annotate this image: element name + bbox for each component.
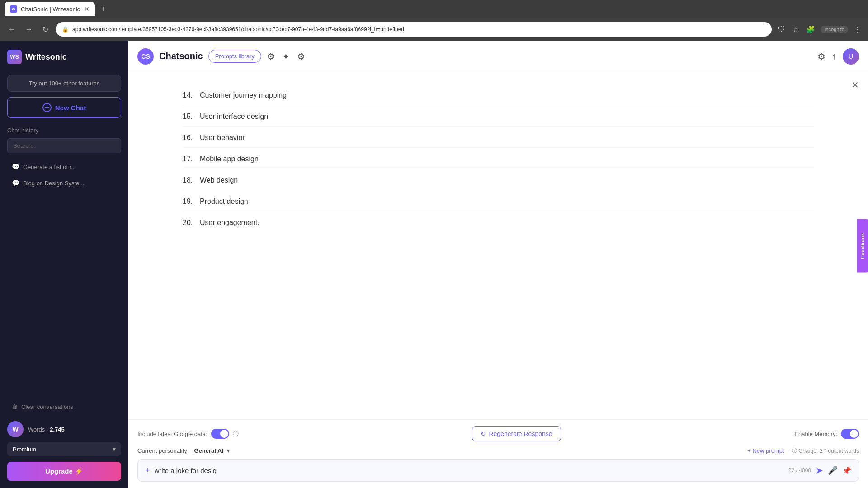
chat-label-2: Blog on Design Syste... xyxy=(23,180,84,187)
extension-icon[interactable]: 🧩 xyxy=(804,23,817,36)
plus-circle-icon: + xyxy=(42,103,52,112)
personality-label: Current personality: xyxy=(137,447,189,454)
logo-text: Writesonic xyxy=(25,52,67,62)
chat-history-item-2[interactable]: 💬 Blog on Design Syste... xyxy=(7,176,121,190)
menu-dots-icon[interactable]: ⋮ xyxy=(852,23,863,36)
input-row: + 22 / 4000 ➤ 🎤 📌 xyxy=(137,459,859,482)
chat-scroll-area: 14.Customer journey mapping15.User inter… xyxy=(128,72,868,419)
nav-actions: 🛡 ☆ 🧩 Incognito ⋮ xyxy=(776,23,863,36)
pin-icon[interactable]: 📌 xyxy=(842,466,851,475)
sidebar-bottom: 🗑 Clear conversations W Words · 2,745 Pr… xyxy=(7,400,121,481)
url-text: app.writesonic.com/template/36957105-3eb… xyxy=(72,26,404,33)
plan-chevron-icon: ▾ xyxy=(113,446,116,453)
user-avatar-small: W xyxy=(7,421,24,437)
google-data-toggle[interactable] xyxy=(211,429,229,439)
send-button[interactable]: ➤ xyxy=(816,465,823,476)
chat-icon-1: 💬 xyxy=(12,163,19,170)
prompts-library-button[interactable]: Prompts library xyxy=(208,50,261,63)
forward-button[interactable]: → xyxy=(23,23,35,35)
memory-toggle[interactable] xyxy=(841,429,859,439)
memory-section: Enable Memory: xyxy=(794,429,859,439)
list-item-4: 18.Web design xyxy=(183,171,814,190)
browser-nav: ← → ↻ 🔒 app.writesonic.com/template/3695… xyxy=(0,18,868,41)
list-item-number-5: 19. xyxy=(183,197,196,206)
search-input[interactable] xyxy=(7,138,121,153)
words-info: Words · 2,745 xyxy=(28,426,65,433)
close-tab-button[interactable]: ✕ xyxy=(84,5,90,13)
info-icon[interactable]: ⓘ xyxy=(233,430,239,438)
list-item-text-2: User behavior xyxy=(200,134,245,142)
incognito-badge: Incognito xyxy=(821,26,848,33)
browser-chrome: W ChatSonic | Writesonic ✕ + ← → ↻ 🔒 app… xyxy=(0,0,868,41)
list-item-text-5: Product design xyxy=(200,197,248,206)
chat-list: 14.Customer journey mapping15.User inter… xyxy=(183,86,814,232)
list-item-number-1: 15. xyxy=(183,113,196,121)
main-content: CS Chatsonic Prompts library ⚙ ✦ ⚙ ⚙ ↑ U… xyxy=(128,41,868,488)
new-prompt-button[interactable]: + New prompt xyxy=(747,447,784,454)
info-small-icon: ⓘ xyxy=(792,447,797,455)
chat-area-wrapper: 14.Customer journey mapping15.User inter… xyxy=(128,72,868,419)
personality-select[interactable]: Current personality: General AI ▾ xyxy=(137,447,230,454)
regenerate-button[interactable]: ↻ Regenerate Response xyxy=(472,426,561,441)
new-tab-button[interactable]: + xyxy=(97,3,109,15)
list-item-number-2: 16. xyxy=(183,134,196,142)
back-button[interactable]: ← xyxy=(5,23,18,35)
google-data-label: Include latest Google data: xyxy=(137,431,208,437)
charge-label: Charge: xyxy=(799,448,818,454)
list-item-text-1: User interface design xyxy=(200,113,268,121)
personality-chevron-icon: ▾ xyxy=(227,448,230,454)
active-tab[interactable]: W ChatSonic | Writesonic ✕ xyxy=(5,2,95,16)
trash-icon: 🗑 xyxy=(12,404,18,410)
settings-icon[interactable]: ⚙ xyxy=(297,51,305,62)
sidebar-logo: WS Writesonic xyxy=(7,48,121,66)
list-item-text-3: Mobile app design xyxy=(200,155,259,163)
personality-row: Current personality: General AI ▾ + New … xyxy=(137,447,859,455)
app: WS Writesonic Try out 100+ other feature… xyxy=(0,41,868,488)
input-plus-icon[interactable]: + xyxy=(145,466,150,475)
list-item-text-0: Customer journey mapping xyxy=(200,91,287,99)
charge-info: ⓘ Charge: 2 * output words xyxy=(792,447,859,455)
refresh-button[interactable]: ↻ xyxy=(40,23,51,36)
clear-conversations-button[interactable]: 🗑 Clear conversations xyxy=(7,400,121,414)
chat-history-title: Chat history xyxy=(7,127,121,134)
mic-icon[interactable]: 🎤 xyxy=(828,465,838,475)
list-item-5: 19.Product design xyxy=(183,192,814,211)
words-section: W Words · 2,745 xyxy=(7,421,121,437)
list-item-3: 17.Mobile app design xyxy=(183,150,814,169)
words-label: Words xyxy=(28,426,45,433)
chat-icon-2: 💬 xyxy=(12,179,19,187)
list-item-number-3: 17. xyxy=(183,155,196,163)
new-chat-button[interactable]: + New Chat xyxy=(7,97,121,118)
list-item-6: 20.User engagement. xyxy=(183,213,814,232)
try-features-button[interactable]: Try out 100+ other features xyxy=(7,75,121,92)
gear-icon[interactable]: ⚙ xyxy=(817,51,826,62)
personality-value: General AI xyxy=(194,447,223,454)
list-item-number-0: 14. xyxy=(183,91,196,99)
chat-input[interactable] xyxy=(155,467,784,474)
share-icon[interactable]: ↑ xyxy=(832,51,836,61)
chat-history-item-1[interactable]: 💬 Generate a list of r... xyxy=(7,160,121,174)
close-button-wrapper: ✕ xyxy=(851,80,859,90)
community-icon[interactable]: ✦ xyxy=(282,51,290,62)
user-avatar[interactable]: U xyxy=(843,48,859,65)
feedback-tab[interactable]: Feedback xyxy=(857,219,868,273)
upgrade-button[interactable]: Upgrade ⚡ xyxy=(7,462,121,481)
list-item-text-4: Web design xyxy=(200,176,238,184)
list-item-number-6: 20. xyxy=(183,219,196,227)
close-icon[interactable]: ✕ xyxy=(851,80,859,90)
writesonic-logo: WS xyxy=(7,50,22,64)
header-right: ⚙ ↑ U xyxy=(817,48,859,65)
shield-icon: 🛡 xyxy=(776,23,787,35)
bookmark-icon[interactable]: ☆ xyxy=(791,23,801,36)
tab-title: ChatSonic | Writesonic xyxy=(21,6,80,13)
list-item-number-4: 18. xyxy=(183,176,196,184)
plan-section[interactable]: Premium ▾ xyxy=(7,442,121,456)
tab-favicon: W xyxy=(10,5,17,13)
google-data-section: Include latest Google data: ⓘ xyxy=(137,429,239,439)
list-item-1: 15.User interface design xyxy=(183,107,814,127)
chat-label-1: Generate a list of r... xyxy=(23,164,76,170)
prompt-charge-row: + New prompt ⓘ Charge: 2 * output words xyxy=(747,447,859,455)
address-bar[interactable]: 🔒 app.writesonic.com/template/36957105-3… xyxy=(56,22,772,37)
plan-name: Premium xyxy=(13,446,36,453)
discord-icon[interactable]: ⚙ xyxy=(267,51,275,62)
